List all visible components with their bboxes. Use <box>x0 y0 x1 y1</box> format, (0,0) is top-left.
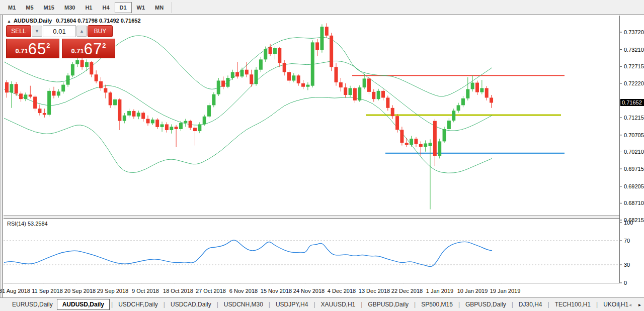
candle-body <box>306 85 309 87</box>
candle-body <box>95 74 98 81</box>
candle-body <box>475 83 479 92</box>
rsi-line <box>4 240 492 267</box>
candle-body <box>47 91 51 115</box>
tab-scroll-right-icon[interactable]: ▸ <box>638 302 641 307</box>
candle-body <box>85 62 89 67</box>
lot-increase-button[interactable]: ▲ <box>76 26 87 37</box>
chart-tab-EURUSD-Daily[interactable]: EURUSD,Daily <box>8 299 57 310</box>
candle-body <box>259 59 263 69</box>
candle-body <box>264 49 267 59</box>
collapse-panel-icon[interactable]: ▲ <box>7 19 11 24</box>
timeframe-MN[interactable]: MN <box>150 2 169 13</box>
price-axis-label: 0.70705 <box>624 132 644 139</box>
candle-body <box>19 93 23 99</box>
sell-price-box[interactable]: 0.71 65 2 <box>6 39 59 58</box>
price-axis-label: 0.72220 <box>624 80 644 87</box>
candle-body <box>386 97 389 108</box>
chart-tab-USDCNH-M30[interactable]: USDCNH,M30 <box>220 299 267 310</box>
candle-body <box>203 117 206 125</box>
pane-separator-gap <box>4 216 620 218</box>
timeframe-M5[interactable]: M5 <box>21 2 38 13</box>
tab-separator: | <box>110 301 114 308</box>
candle-body <box>235 72 239 76</box>
chart-tab-USDCHF-Daily[interactable]: USDCHF,Daily <box>114 299 162 310</box>
lot-size-input[interactable] <box>43 25 76 37</box>
candle-body <box>339 82 343 87</box>
candle-body <box>118 99 121 121</box>
candle-body <box>141 113 145 119</box>
candle-body <box>438 141 441 156</box>
candle-body <box>151 120 154 123</box>
candle-body <box>410 139 413 145</box>
tab-scroll-left-icon[interactable]: ◂ <box>629 302 631 307</box>
timeframe-H1[interactable]: H1 <box>80 2 97 13</box>
timeframe-M30[interactable]: M30 <box>59 2 80 13</box>
timeframe-M1[interactable]: M1 <box>3 2 21 13</box>
tab-separator: | <box>162 301 167 308</box>
candle-body <box>297 75 300 83</box>
candle-body <box>443 129 446 141</box>
candle-body <box>320 27 324 50</box>
candle-body <box>104 88 107 92</box>
candle-body <box>429 143 432 146</box>
candle-body <box>287 72 291 80</box>
candle-body <box>43 113 46 115</box>
candle-body <box>66 75 70 84</box>
chart-tab-XAUUSD-H1[interactable]: XAUUSD,H1 <box>317 299 360 310</box>
time-axis-label: 31 Aug 2018 <box>0 288 30 294</box>
chart-title: ▲AUDUSD,Daily0.71604 0.71798 0.71492 0.7… <box>7 18 141 24</box>
one-click-trading-panel: SELL ▼ ▲ BUY 0.71 65 2 0.71 67 2 <box>6 25 116 58</box>
candle-body <box>29 94 32 96</box>
candle-body <box>179 123 183 129</box>
buy-price-big-digits: 67 <box>84 42 102 57</box>
candle-body <box>255 70 258 84</box>
candle-body <box>311 42 314 85</box>
price-axis-label: 0.69205 <box>624 183 644 190</box>
tab-separator: | <box>215 301 220 308</box>
candle-body <box>480 88 484 92</box>
candle-body <box>391 108 394 116</box>
timeframe-W1[interactable]: W1 <box>132 2 150 13</box>
candle-body <box>198 124 201 131</box>
lot-decrease-button[interactable]: ▼ <box>32 26 42 37</box>
candle-body <box>240 70 244 77</box>
candle-body <box>146 119 150 124</box>
candle-body <box>127 111 131 116</box>
chart-tab-GBPUSD-Daily[interactable]: GBPUSD,Daily <box>461 299 510 310</box>
candle-body <box>400 130 404 143</box>
candle-body <box>80 60 84 67</box>
chart-tab-USDJPY-H4[interactable]: USDJPY,H4 <box>272 299 312 310</box>
chart-tab-GBPUSD-Daily[interactable]: GBPUSD,Daily <box>364 299 413 310</box>
chart-tab-DJ30-H4[interactable]: DJ30,H4 <box>515 299 546 310</box>
price-axis-label: 0.70210 <box>624 149 644 155</box>
candle-body <box>113 99 117 106</box>
time-axis-label: 20 Sep 2018 <box>64 288 96 294</box>
chart-tab-USDCAD-Daily[interactable]: USDCAD,Daily <box>167 299 215 310</box>
chart-tab-TECH100-H1[interactable]: TECH100,H1 <box>551 299 595 310</box>
candle-body <box>461 98 465 106</box>
chart-tab-SP500-M15[interactable]: SP500,M15 <box>417 299 457 310</box>
chart-tab-AUDUSD-Daily[interactable]: AUDUSD,Daily <box>57 299 110 310</box>
buy-button[interactable]: BUY <box>88 25 113 37</box>
candle-body <box>61 85 65 92</box>
chart-window: ▲AUDUSD,Daily0.71604 0.71798 0.71492 0.7… <box>0 15 644 297</box>
candle-body <box>433 121 437 156</box>
current-price-tag: 0.71652 <box>620 99 644 106</box>
time-axis-label: 15 Nov 2018 <box>261 288 292 294</box>
tab-separator: | <box>267 301 272 308</box>
candle-body <box>466 89 469 98</box>
timeframe-H4[interactable]: H4 <box>97 2 114 13</box>
candle-body <box>414 139 418 144</box>
buy-price-box[interactable]: 0.71 67 2 <box>62 39 115 58</box>
candle-body <box>137 113 140 116</box>
candle-body <box>301 83 305 87</box>
candle-body <box>99 81 103 88</box>
candle-body <box>226 78 229 87</box>
chart-ohlc-values: 0.71604 0.71798 0.71492 0.71652 <box>56 18 140 24</box>
timeframe-M15[interactable]: M15 <box>39 2 59 13</box>
window-left-border <box>0 15 3 298</box>
candle-body <box>471 83 474 89</box>
sell-button[interactable]: SELL <box>6 25 31 37</box>
tab-separator: | <box>617 301 622 308</box>
timeframe-D1[interactable]: D1 <box>115 2 132 13</box>
